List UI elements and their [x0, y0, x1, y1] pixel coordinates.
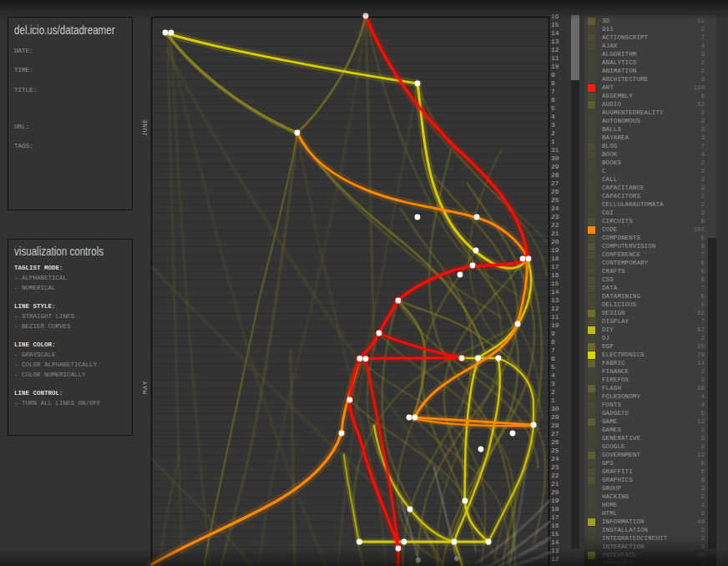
svg-text:11: 11: [551, 313, 559, 321]
svg-text:15: 15: [551, 280, 559, 287]
svg-text:13: 13: [551, 38, 559, 45]
svg-text:24: 24: [551, 455, 559, 462]
svg-text:6: 6: [551, 355, 555, 362]
svg-text:14: 14: [551, 538, 559, 546]
svg-text:10: 10: [551, 63, 559, 70]
svg-text:14: 14: [551, 29, 559, 37]
svg-text:19: 19: [551, 246, 559, 254]
svg-text:3: 3: [551, 380, 555, 387]
svg-text:6: 6: [551, 96, 555, 104]
svg-text:18: 18: [551, 505, 559, 513]
svg-text:23: 23: [551, 213, 559, 220]
svg-text:2: 2: [551, 388, 555, 396]
svg-text:27: 27: [551, 179, 559, 187]
svg-text:15: 15: [551, 21, 559, 28]
svg-text:21: 21: [551, 230, 559, 237]
svg-text:11: 11: [551, 54, 559, 62]
svg-text:13: 13: [551, 547, 559, 554]
svg-text:28: 28: [551, 171, 559, 179]
svg-text:9: 9: [551, 71, 555, 78]
svg-text:7: 7: [551, 88, 555, 95]
svg-text:3: 3: [551, 121, 555, 129]
svg-text:30: 30: [551, 154, 559, 162]
svg-text:16: 16: [551, 13, 559, 20]
svg-text:JUNE: JUNE: [141, 119, 149, 136]
svg-text:22: 22: [551, 221, 559, 229]
svg-text:29: 29: [551, 163, 559, 170]
svg-text:12: 12: [551, 305, 559, 312]
svg-text:MAY: MAY: [141, 381, 149, 394]
svg-text:25: 25: [551, 196, 559, 204]
svg-text:17: 17: [551, 513, 559, 521]
svg-text:8: 8: [551, 79, 555, 87]
svg-text:17: 17: [551, 263, 559, 270]
svg-text:4: 4: [551, 371, 555, 379]
svg-text:12: 12: [551, 555, 559, 563]
svg-text:13: 13: [551, 296, 559, 304]
svg-text:23: 23: [551, 463, 559, 471]
svg-text:31: 31: [551, 146, 559, 154]
svg-text:26: 26: [551, 188, 559, 195]
svg-text:16: 16: [551, 271, 559, 279]
svg-text:4: 4: [551, 113, 555, 120]
svg-text:15: 15: [551, 530, 559, 538]
svg-text:25: 25: [551, 447, 559, 454]
svg-text:8: 8: [551, 338, 555, 346]
svg-text:5: 5: [551, 363, 555, 371]
svg-text:24: 24: [551, 205, 559, 212]
svg-text:1: 1: [551, 397, 555, 404]
svg-text:16: 16: [551, 522, 559, 529]
svg-text:10: 10: [551, 321, 559, 329]
svg-text:9: 9: [551, 330, 555, 337]
svg-text:1: 1: [551, 138, 555, 145]
svg-text:20: 20: [551, 238, 559, 245]
svg-text:28: 28: [551, 422, 559, 429]
svg-text:27: 27: [551, 430, 559, 437]
svg-text:12: 12: [551, 46, 559, 53]
svg-text:20: 20: [551, 488, 559, 496]
svg-text:22: 22: [551, 472, 559, 479]
svg-text:26: 26: [551, 438, 559, 446]
svg-text:21: 21: [551, 480, 559, 488]
svg-text:29: 29: [551, 413, 559, 421]
svg-text:14: 14: [551, 288, 559, 296]
svg-text:7: 7: [551, 346, 555, 354]
svg-text:30: 30: [551, 405, 559, 412]
svg-text:19: 19: [551, 497, 559, 504]
svg-text:5: 5: [551, 104, 555, 112]
svg-text:2: 2: [551, 129, 555, 137]
svg-text:18: 18: [551, 255, 559, 262]
